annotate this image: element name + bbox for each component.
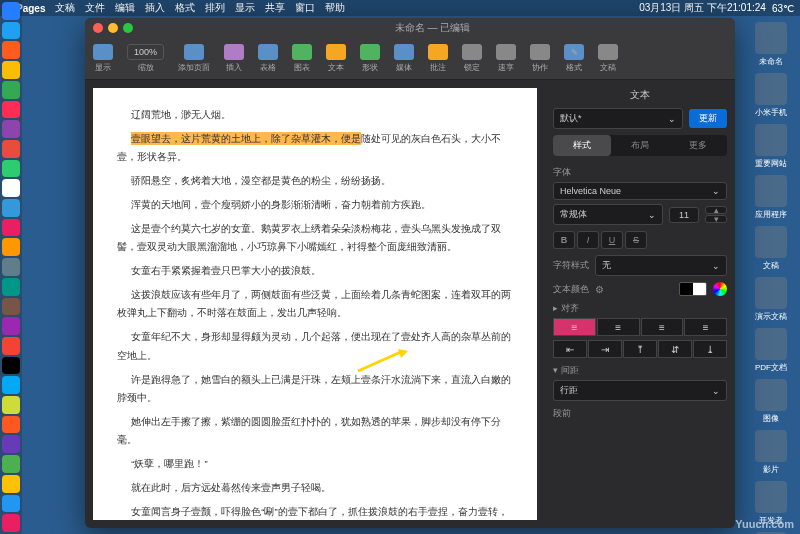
dock-icon[interactable] [2,160,20,178]
dock-icon[interactable] [2,2,20,20]
italic-button[interactable]: I [577,231,599,249]
chevron-down-icon: ⌄ [648,210,656,220]
text-color-swatch[interactable] [679,282,707,296]
update-style-button[interactable]: 更新 [689,109,727,128]
dock-icon[interactable] [2,41,20,59]
menu-item[interactable]: 文稿 [55,1,75,15]
document-canvas[interactable]: 辽阔荒地，渺无人烟。 壹眼望去，这片荒黄的土地上，除了杂草灌木，便是随处可见的灰… [93,88,537,520]
menu-item[interactable]: 插入 [145,1,165,15]
menubar-date: 03月13日 周五 下午21:01:24 [639,1,766,15]
menu-item[interactable]: 排列 [205,1,225,15]
dock-icon[interactable] [2,140,20,158]
minimize-button[interactable] [108,23,118,33]
tab-layout[interactable]: 布局 [611,135,669,156]
menu-item[interactable]: 显示 [235,1,255,15]
line-spacing-select[interactable]: 行距⌄ [553,380,727,401]
dock-icon[interactable] [2,278,20,296]
color-wheel-icon[interactable] [713,282,727,296]
menu-item[interactable]: 窗口 [295,1,315,15]
toolbar-view[interactable]: 显示 [93,44,113,73]
size-stepper-down[interactable]: ▾ [705,215,727,223]
dock-icon[interactable] [2,455,20,473]
dock-icon[interactable] [2,199,20,217]
font-family-select[interactable]: Helvetica Neue⌄ [553,182,727,200]
menu-item[interactable]: 共享 [265,1,285,15]
bold-button[interactable]: B [553,231,575,249]
dock-icon[interactable] [2,238,20,256]
menu-item[interactable]: 文件 [85,1,105,15]
font-weight-select[interactable]: 常规体⌄ [553,204,663,225]
menu-item[interactable]: 编辑 [115,1,135,15]
strikethrough-button[interactable]: S [625,231,647,249]
dock-icon[interactable] [2,219,20,237]
gear-icon[interactable]: ⚙ [595,284,604,295]
toolbar-document[interactable]: 文稿 [598,44,618,73]
charstyle-select[interactable]: 无⌄ [595,255,727,276]
toolbar-table[interactable]: 表格 [258,44,278,73]
dock-icon[interactable] [2,81,20,99]
textcolor-label: 文本颜色 [553,283,589,296]
desktop-icon[interactable]: 未命名 [746,22,796,67]
paragraph-style-select[interactable]: 默认*⌄ [553,108,683,129]
font-size-input[interactable] [669,207,699,223]
toolbar-media[interactable]: 媒体 [394,44,414,73]
font-label: 字体 [553,166,727,179]
desktop-icon[interactable]: 图像 [746,379,796,424]
desktop-icon[interactable]: 应用程序 [746,175,796,220]
dock-icon[interactable] [2,416,20,434]
align-top-button[interactable]: ⤒ [623,340,657,358]
align-center-button[interactable]: ≡ [597,318,640,336]
align-justify-button[interactable]: ≡ [684,318,727,336]
dock-icon[interactable] [2,337,20,355]
tab-more[interactable]: 更多 [669,135,727,156]
menu-item[interactable]: 格式 [175,1,195,15]
toolbar-share[interactable]: 速享 [496,44,516,73]
align-middle-button[interactable]: ⇵ [658,340,692,358]
highlighted-text: 壹眼望去，这片荒黄的土地上，除了杂草灌木，便是 [131,132,361,145]
dock-icon[interactable] [2,101,20,119]
desktop-icon[interactable]: 重要网站 [746,124,796,169]
chevron-down-icon: ⌄ [712,186,720,196]
dock-icon[interactable] [2,317,20,335]
tab-style[interactable]: 样式 [553,135,611,156]
toolbar-insert[interactable]: 插入 [224,44,244,73]
dock-icon[interactable] [2,514,20,532]
toolbar-comment[interactable]: 批注 [428,44,448,73]
toolbar-format[interactable]: ✎格式 [564,44,584,73]
dock-icon[interactable] [2,396,20,414]
toolbar-addpage[interactable]: 添加页面 [178,44,210,73]
dock-icon[interactable] [2,475,20,493]
menubar-temp: 63℃ [772,3,794,14]
maximize-button[interactable] [123,23,133,33]
toolbar-lock[interactable]: 锁定 [462,44,482,73]
toolbar-shape[interactable]: 形状 [360,44,380,73]
desktop-icon[interactable]: PDF文档 [746,328,796,373]
underline-button[interactable]: U [601,231,623,249]
dock-icon[interactable] [2,179,20,197]
align-right-button[interactable]: ≡ [641,318,684,336]
desktop-icon[interactable]: 影片 [746,430,796,475]
toolbar-collab[interactable]: 协作 [530,44,550,73]
desktop-icon[interactable]: 小米手机 [746,73,796,118]
dock-icon[interactable] [2,357,20,375]
dock-icon[interactable] [2,61,20,79]
menu-item[interactable]: 帮助 [325,1,345,15]
align-bottom-button[interactable]: ⤓ [693,340,727,358]
toolbar-text[interactable]: 文本 [326,44,346,73]
dock-icon[interactable] [2,495,20,513]
dock-icon[interactable] [2,22,20,40]
dock-icon[interactable] [2,435,20,453]
desktop-icon[interactable]: 文稿 [746,226,796,271]
indent-increase-button[interactable]: ⇥ [588,340,622,358]
close-button[interactable] [93,23,103,33]
size-stepper-up[interactable]: ▴ [705,206,727,214]
dock-icon[interactable] [2,120,20,138]
dock-icon[interactable] [2,376,20,394]
desktop-icon[interactable]: 演示文稿 [746,277,796,322]
toolbar-zoom[interactable]: 100%缩放 [127,44,164,73]
dock-icon[interactable] [2,298,20,316]
toolbar-chart[interactable]: 图表 [292,44,312,73]
indent-decrease-button[interactable]: ⇤ [553,340,587,358]
align-left-button[interactable]: ≡ [553,318,596,336]
dock-icon[interactable] [2,258,20,276]
